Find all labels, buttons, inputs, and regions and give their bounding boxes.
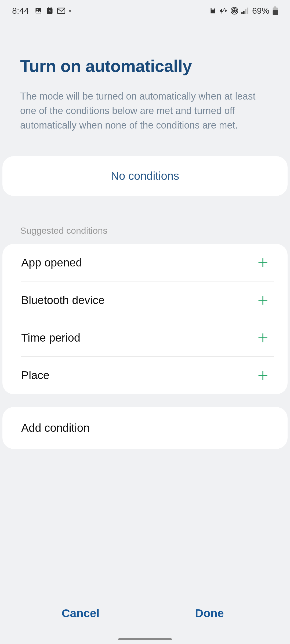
done-button[interactable]: Done xyxy=(145,599,274,628)
suggested-conditions-list: App opened Bluetooth device Time period … xyxy=(2,244,288,394)
plus-icon xyxy=(257,257,269,269)
svg-rect-4 xyxy=(51,7,52,9)
footer-actions: Cancel Done xyxy=(0,599,290,628)
svg-rect-17 xyxy=(273,10,278,15)
svg-rect-12 xyxy=(243,11,245,14)
conditions-summary-text: No conditions xyxy=(21,170,269,182)
condition-item-place[interactable]: Place xyxy=(2,357,288,394)
signal-icon xyxy=(241,8,249,14)
svg-rect-14 xyxy=(247,8,248,14)
photo-icon xyxy=(35,7,42,14)
condition-label: App opened xyxy=(21,256,82,269)
status-bar: 8:44 3 69% xyxy=(0,0,290,21)
battery-percent: 69% xyxy=(252,6,269,16)
cancel-button[interactable]: Cancel xyxy=(16,599,145,628)
condition-item-bluetooth[interactable]: Bluetooth device xyxy=(2,281,288,319)
status-bar-right: 69% xyxy=(209,6,278,16)
plus-icon xyxy=(257,332,269,344)
gmail-icon xyxy=(57,8,65,14)
calendar-icon: 3 xyxy=(46,7,53,14)
conditions-summary-card: No conditions xyxy=(2,156,288,196)
condition-item-time-period[interactable]: Time period xyxy=(2,319,288,357)
home-indicator[interactable] xyxy=(118,638,172,640)
clock-time: 8:44 xyxy=(12,6,29,16)
notification-dot-icon xyxy=(69,10,71,12)
page-description: The mode will be turned on automatically… xyxy=(20,89,270,133)
svg-point-8 xyxy=(233,10,235,12)
battery-icon xyxy=(273,6,278,15)
condition-label: Time period xyxy=(21,331,80,344)
svg-text:3: 3 xyxy=(49,9,51,13)
svg-rect-7 xyxy=(212,8,214,9)
page-title: Turn on automatically xyxy=(20,56,270,76)
svg-rect-11 xyxy=(241,12,243,14)
status-bar-left: 8:44 3 xyxy=(12,6,71,16)
plus-icon xyxy=(257,294,269,306)
hotspot-icon xyxy=(231,7,238,14)
condition-label: Bluetooth device xyxy=(21,294,105,307)
vibrate-icon xyxy=(219,7,227,14)
svg-rect-3 xyxy=(48,7,49,9)
add-condition-button[interactable]: Add condition xyxy=(2,407,288,449)
add-condition-label: Add condition xyxy=(21,422,90,434)
page-header: Turn on automatically The mode will be t… xyxy=(1,21,289,143)
svg-rect-13 xyxy=(245,9,247,14)
svg-point-1 xyxy=(37,9,38,10)
save-icon xyxy=(209,7,216,14)
plus-icon xyxy=(257,369,269,381)
condition-label: Place xyxy=(21,369,49,382)
condition-item-app-opened[interactable]: App opened xyxy=(2,244,288,281)
svg-rect-6 xyxy=(58,8,65,13)
suggested-conditions-header: Suggested conditions xyxy=(1,196,289,244)
svg-rect-15 xyxy=(274,6,276,8)
